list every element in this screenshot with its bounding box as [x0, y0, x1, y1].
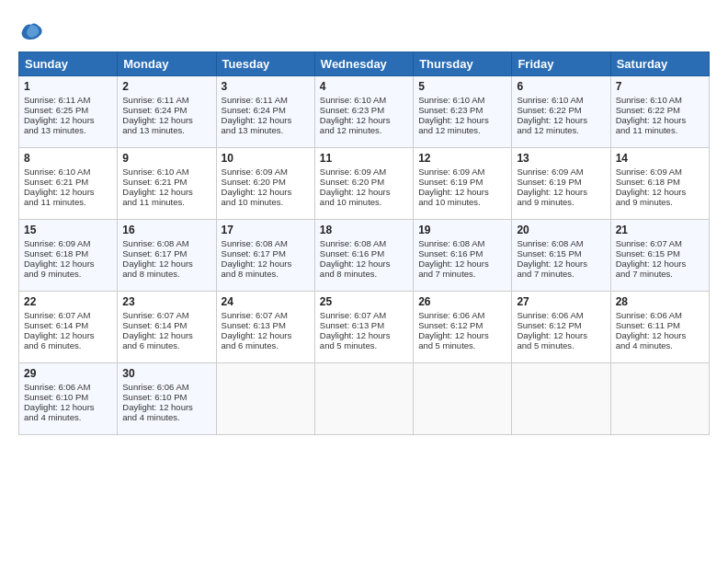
sunrise-label: Sunrise: 6:08 AM — [418, 238, 484, 248]
sunset-label: Sunset: 6:19 PM — [517, 177, 581, 187]
sunrise-label: Sunrise: 6:06 AM — [122, 382, 188, 392]
sunrise-label: Sunrise: 6:10 AM — [320, 95, 386, 105]
day-number: 10 — [222, 152, 310, 165]
daylight-minutes: and 10 minutes. — [418, 197, 481, 207]
daylight-minutes: and 11 minutes. — [616, 125, 678, 135]
sunrise-label: Sunrise: 6:11 AM — [222, 95, 288, 105]
week-row: 22 Sunrise: 6:07 AM Sunset: 6:14 PM Dayl… — [19, 292, 710, 363]
day-number: 26 — [418, 295, 506, 308]
calendar-cell: 28 Sunrise: 6:06 AM Sunset: 6:11 PM Dayl… — [610, 292, 709, 363]
sunrise-label: Sunrise: 6:07 AM — [320, 310, 386, 320]
daylight-label: Daylight: 12 hours — [320, 259, 391, 269]
sunset-label: Sunset: 6:13 PM — [320, 320, 384, 330]
sunset-label: Sunset: 6:20 PM — [320, 177, 384, 187]
calendar-cell: 18 Sunrise: 6:08 AM Sunset: 6:16 PM Dayl… — [314, 220, 413, 292]
sunrise-label: Sunrise: 6:06 AM — [24, 382, 90, 392]
daylight-minutes: and 7 minutes. — [517, 269, 574, 279]
daylight-label: Daylight: 12 hours — [24, 402, 95, 412]
sunrise-label: Sunrise: 6:10 AM — [24, 167, 90, 177]
logo-icon — [18, 17, 44, 42]
sunrise-label: Sunrise: 6:11 AM — [122, 95, 188, 105]
daylight-label: Daylight: 12 hours — [418, 259, 489, 269]
daylight-label: Daylight: 12 hours — [222, 259, 292, 269]
calendar-cell: 11 Sunrise: 6:09 AM Sunset: 6:20 PM Dayl… — [314, 148, 413, 220]
sunset-label: Sunset: 6:10 PM — [122, 392, 187, 402]
week-row: 8 Sunrise: 6:10 AM Sunset: 6:21 PM Dayli… — [19, 148, 710, 220]
daylight-label: Daylight: 12 hours — [122, 115, 193, 125]
daylight-minutes: and 4 minutes. — [616, 340, 673, 350]
calendar-cell — [414, 363, 512, 435]
daylight-label: Daylight: 12 hours — [517, 259, 587, 269]
sunset-label: Sunset: 6:21 PM — [122, 177, 187, 187]
day-number: 17 — [222, 224, 310, 236]
daylight-label: Daylight: 12 hours — [616, 259, 687, 269]
calendar-cell: 27 Sunrise: 6:06 AM Sunset: 6:12 PM Dayl… — [512, 292, 610, 363]
sunrise-label: Sunrise: 6:09 AM — [222, 167, 288, 177]
day-number: 15 — [24, 224, 112, 236]
sunset-label: Sunset: 6:24 PM — [222, 105, 286, 115]
daylight-minutes: and 11 minutes. — [24, 197, 86, 207]
daylight-minutes: and 7 minutes. — [616, 269, 673, 279]
calendar-cell: 15 Sunrise: 6:09 AM Sunset: 6:18 PM Dayl… — [19, 220, 118, 292]
sunset-label: Sunset: 6:20 PM — [222, 177, 286, 187]
sunset-label: Sunset: 6:23 PM — [320, 105, 384, 115]
daylight-minutes: and 9 minutes. — [616, 197, 673, 207]
day-number: 23 — [122, 295, 210, 308]
calendar-cell: 26 Sunrise: 6:06 AM Sunset: 6:12 PM Dayl… — [414, 292, 512, 363]
sunrise-label: Sunrise: 6:07 AM — [222, 310, 288, 320]
day-number: 12 — [418, 152, 506, 165]
sunset-label: Sunset: 6:19 PM — [418, 177, 483, 187]
sunset-label: Sunset: 6:25 PM — [24, 105, 88, 115]
calendar-cell: 4 Sunrise: 6:10 AM Sunset: 6:23 PM Dayli… — [314, 76, 413, 148]
sunrise-label: Sunrise: 6:08 AM — [122, 238, 188, 248]
daylight-label: Daylight: 12 hours — [122, 402, 193, 412]
daylight-label: Daylight: 12 hours — [222, 115, 292, 125]
day-number: 5 — [418, 80, 506, 93]
sunset-label: Sunset: 6:18 PM — [616, 177, 680, 187]
sunset-label: Sunset: 6:14 PM — [24, 320, 88, 330]
sunset-label: Sunset: 6:11 PM — [616, 320, 680, 330]
daylight-label: Daylight: 12 hours — [24, 259, 95, 269]
calendar-cell: 20 Sunrise: 6:08 AM Sunset: 6:15 PM Dayl… — [512, 220, 610, 292]
sunrise-label: Sunrise: 6:10 AM — [616, 95, 682, 105]
calendar-cell: 10 Sunrise: 6:09 AM Sunset: 6:20 PM Dayl… — [216, 148, 314, 220]
daylight-label: Daylight: 12 hours — [122, 259, 193, 269]
sunrise-label: Sunrise: 6:11 AM — [24, 95, 90, 105]
daylight-label: Daylight: 12 hours — [122, 187, 193, 197]
daylight-label: Daylight: 12 hours — [517, 115, 587, 125]
calendar: SundayMondayTuesdayWednesdayThursdayFrid… — [18, 52, 710, 435]
daylight-minutes: and 12 minutes. — [320, 125, 382, 135]
sunrise-label: Sunrise: 6:09 AM — [517, 167, 583, 177]
calendar-cell: 24 Sunrise: 6:07 AM Sunset: 6:13 PM Dayl… — [216, 292, 314, 363]
daylight-label: Daylight: 12 hours — [320, 115, 391, 125]
calendar-cell: 5 Sunrise: 6:10 AM Sunset: 6:23 PM Dayli… — [414, 76, 512, 148]
sunrise-label: Sunrise: 6:06 AM — [418, 310, 484, 320]
daylight-minutes: and 5 minutes. — [517, 340, 574, 350]
sunset-label: Sunset: 6:13 PM — [222, 320, 286, 330]
daylight-minutes: and 4 minutes. — [24, 412, 81, 422]
sunset-label: Sunset: 6:23 PM — [418, 105, 483, 115]
sunrise-label: Sunrise: 6:10 AM — [418, 95, 484, 105]
daylight-minutes: and 6 minutes. — [122, 340, 179, 350]
sunset-label: Sunset: 6:21 PM — [24, 177, 88, 187]
sunset-label: Sunset: 6:16 PM — [320, 248, 384, 259]
sunset-label: Sunset: 6:24 PM — [122, 105, 187, 115]
day-number: 11 — [320, 152, 408, 165]
sunrise-label: Sunrise: 6:07 AM — [122, 310, 188, 320]
calendar-cell: 22 Sunrise: 6:07 AM Sunset: 6:14 PM Dayl… — [19, 292, 118, 363]
daylight-minutes: and 5 minutes. — [418, 340, 475, 350]
day-header: Saturday — [610, 52, 709, 76]
daylight-label: Daylight: 12 hours — [222, 187, 292, 197]
daylight-minutes: and 8 minutes. — [222, 269, 279, 279]
day-number: 22 — [24, 295, 112, 308]
sunrise-label: Sunrise: 6:10 AM — [517, 95, 583, 105]
sunrise-label: Sunrise: 6:08 AM — [222, 238, 288, 248]
daylight-minutes: and 9 minutes. — [24, 269, 81, 279]
daylight-minutes: and 10 minutes. — [320, 197, 382, 207]
day-number: 29 — [24, 367, 112, 380]
calendar-cell: 1 Sunrise: 6:11 AM Sunset: 6:25 PM Dayli… — [19, 76, 118, 148]
calendar-cell: 19 Sunrise: 6:08 AM Sunset: 6:16 PM Dayl… — [414, 220, 512, 292]
daylight-label: Daylight: 12 hours — [320, 187, 391, 197]
sunrise-label: Sunrise: 6:09 AM — [24, 238, 90, 248]
day-header: Friday — [512, 52, 610, 76]
